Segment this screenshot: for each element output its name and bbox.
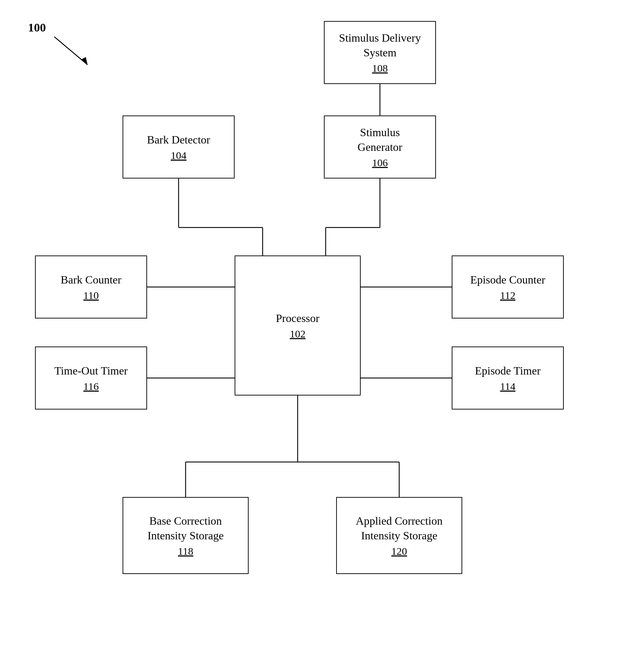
episode-timer-label: Episode Timer (475, 364, 541, 378)
processor-number: 102 (290, 328, 306, 340)
timeout-timer-number: 116 (83, 380, 99, 392)
bark-detector-number: 104 (171, 149, 187, 161)
diagram: 100 (0, 0, 624, 672)
applied-correction-label: Applied CorrectionIntensity Storage (356, 514, 443, 543)
bark-counter-box: Bark Counter 110 (35, 255, 147, 318)
episode-counter-number: 112 (500, 289, 515, 301)
bark-counter-label: Bark Counter (61, 273, 121, 287)
svg-marker-1 (81, 57, 88, 65)
svg-line-0 (54, 37, 88, 65)
base-correction-box: Base CorrectionIntensity Storage 118 (123, 497, 249, 574)
episode-counter-label: Episode Counter (470, 273, 545, 287)
processor-label: Processor (276, 311, 319, 326)
processor-box: Processor 102 (235, 255, 361, 396)
applied-correction-box: Applied CorrectionIntensity Storage 120 (336, 497, 462, 574)
timeout-timer-box: Time-Out Timer 116 (35, 346, 147, 410)
episode-counter-box: Episode Counter 112 (452, 255, 564, 318)
stimulus-generator-box: StimulusGenerator 106 (324, 115, 436, 178)
base-correction-number: 118 (178, 545, 193, 557)
episode-timer-number: 114 (500, 380, 515, 392)
bark-detector-label: Bark Detector (147, 133, 210, 147)
stimulus-delivery-number: 108 (372, 62, 388, 74)
ref-100-label: 100 (28, 21, 46, 34)
episode-timer-box: Episode Timer 114 (452, 346, 564, 410)
bark-counter-number: 110 (83, 289, 99, 301)
timeout-timer-label: Time-Out Timer (54, 364, 128, 378)
stimulus-delivery-box: Stimulus DeliverySystem 108 (324, 21, 436, 84)
base-correction-label: Base CorrectionIntensity Storage (147, 514, 224, 543)
stimulus-generator-label: StimulusGenerator (358, 125, 402, 154)
applied-correction-number: 120 (391, 545, 407, 557)
bark-detector-box: Bark Detector 104 (123, 115, 235, 178)
stimulus-generator-number: 106 (372, 157, 388, 169)
stimulus-delivery-label: Stimulus DeliverySystem (339, 31, 421, 60)
